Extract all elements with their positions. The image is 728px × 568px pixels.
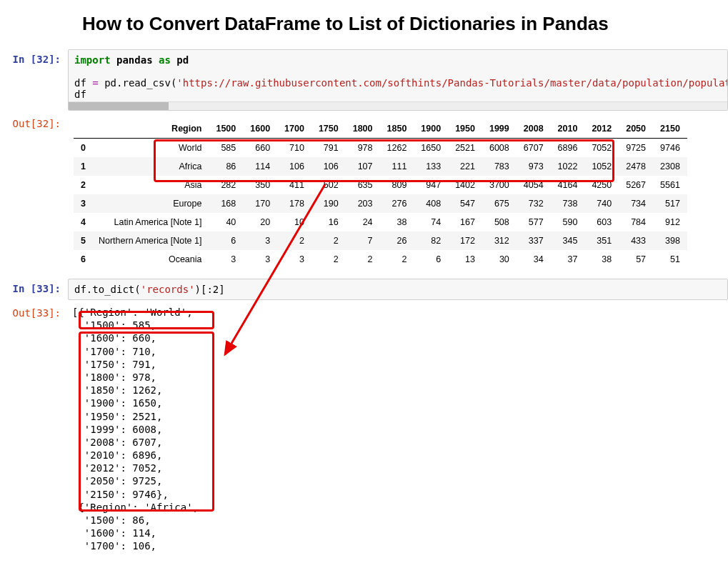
table-cell: Africa (91, 157, 209, 176)
table-col-header: 1900 (414, 119, 448, 139)
table-cell: 9746 (653, 139, 687, 158)
table-cell: 734 (619, 194, 653, 213)
dataframe-table: Region1500160017001750180018501900195019… (74, 119, 687, 269)
table-cell: 6896 (551, 139, 585, 158)
table-cell: 3700 (482, 176, 517, 194)
row-index: 6 (74, 250, 91, 269)
prompt-in-1: In [32]: (0, 49, 68, 111)
table-cell: 947 (414, 176, 448, 194)
table-col-header: Region (91, 119, 209, 139)
table-cell: 1650 (414, 139, 448, 158)
table-col-header: 2012 (584, 119, 619, 139)
table-cell: 978 (346, 139, 380, 158)
table-cell: 74 (414, 213, 448, 231)
table-cell: 6 (209, 231, 243, 250)
table-cell: 2521 (448, 139, 482, 158)
table-cell: 111 (380, 157, 414, 176)
table-cell: 740 (584, 194, 619, 213)
table-cell: 351 (584, 231, 619, 250)
table-row: 1Africa861141061061071111332217839731022… (74, 157, 687, 176)
table-cell: 502 (311, 176, 346, 194)
table-row: 4Latin America [Note 1]40201016243874167… (74, 213, 687, 231)
notebook: How to Convert DataFrame to List of Dict… (0, 0, 728, 568)
table-cell: 408 (414, 194, 448, 213)
table-cell: 517 (653, 194, 687, 213)
table-index-header (74, 119, 91, 139)
table-cell: 590 (551, 213, 585, 231)
table-cell: 86 (209, 157, 243, 176)
dict-output: [{'Region': 'World', '1500': 585, '1600'… (72, 306, 728, 553)
code-area-2[interactable]: df.to_dict('records')[:2] (68, 279, 728, 300)
table-cell: 6 (414, 250, 448, 269)
table-cell: 37 (551, 250, 585, 269)
table-col-header: 1500 (209, 119, 243, 139)
table-cell: 603 (584, 213, 619, 231)
table-cell: 3 (243, 250, 277, 269)
table-col-header: 1700 (277, 119, 311, 139)
table-cell: 6707 (517, 139, 551, 158)
table-cell: 40 (209, 213, 243, 231)
table-cell: 221 (448, 157, 482, 176)
table-cell: 312 (482, 231, 517, 250)
table-cell: 2 (346, 250, 380, 269)
table-cell: 168 (209, 194, 243, 213)
table-cell: 38 (584, 250, 619, 269)
table-cell: 20 (243, 213, 277, 231)
table-cell: Europe (91, 194, 209, 213)
table-cell: 106 (311, 157, 346, 176)
cell-1-output: Out[32]: Region1500160017001750180018501… (0, 114, 728, 276)
table-col-header: 1750 (311, 119, 346, 139)
table-cell: 30 (482, 250, 517, 269)
table-cell: 51 (653, 250, 687, 269)
table-cell: 675 (482, 194, 517, 213)
horizontal-scrollbar[interactable] (69, 101, 727, 110)
table-cell: 1052 (584, 157, 619, 176)
table-cell: 7052 (584, 139, 619, 158)
cell-1-input: In [32]: import pandas as pd df = pd.rea… (0, 49, 728, 111)
table-cell: 57 (619, 250, 653, 269)
table-cell: 350 (243, 176, 277, 194)
table-row: 3Europe168170178190203276408547675732738… (74, 194, 687, 213)
table-cell: 508 (482, 213, 517, 231)
table-cell: 178 (277, 194, 311, 213)
row-index: 1 (74, 157, 91, 176)
row-index: 5 (74, 231, 91, 250)
output-area-1: Region1500160017001750180018501900195019… (68, 114, 728, 276)
table-cell: 10 (277, 213, 311, 231)
table-col-header: 1600 (243, 119, 277, 139)
code-area-1[interactable]: import pandas as pd df = pd.read_csv('ht… (68, 49, 728, 111)
table-cell: 203 (346, 194, 380, 213)
table-cell: 2 (277, 231, 311, 250)
table-cell: 4164 (551, 176, 585, 194)
table-cell: 2 (311, 231, 346, 250)
table-col-header: 1800 (346, 119, 380, 139)
table-cell: 3 (277, 250, 311, 269)
table-col-header: 1850 (380, 119, 414, 139)
table-cell: 1402 (448, 176, 482, 194)
table-cell: 784 (619, 213, 653, 231)
table-cell: 337 (517, 231, 551, 250)
table-cell: 577 (517, 213, 551, 231)
table-row: 6Oceania333222613303437385751 (74, 250, 687, 269)
table-col-header: 1950 (448, 119, 482, 139)
table-cell: 398 (653, 231, 687, 250)
table-cell: 6008 (482, 139, 517, 158)
table-cell: 9725 (619, 139, 653, 158)
table-row: 5Northern America [Note 1]63227268217231… (74, 231, 687, 250)
table-cell: 973 (517, 157, 551, 176)
row-index: 3 (74, 194, 91, 213)
table-col-header: 2008 (517, 119, 551, 139)
table-cell: 276 (380, 194, 414, 213)
table-cell: 82 (414, 231, 448, 250)
table-cell: Northern America [Note 1] (91, 231, 209, 250)
table-cell: Oceania (91, 250, 209, 269)
table-cell: 26 (380, 231, 414, 250)
row-index: 0 (74, 139, 91, 158)
table-cell: 172 (448, 231, 482, 250)
table-cell: 4054 (517, 176, 551, 194)
prompt-out-1: Out[32]: (0, 114, 68, 276)
prompt-out-2: Out[33]: (0, 303, 68, 553)
cell-2-input: In [33]: df.to_dict('records')[:2] (0, 279, 728, 300)
table-cell: 5561 (653, 176, 687, 194)
table-cell: 106 (277, 157, 311, 176)
